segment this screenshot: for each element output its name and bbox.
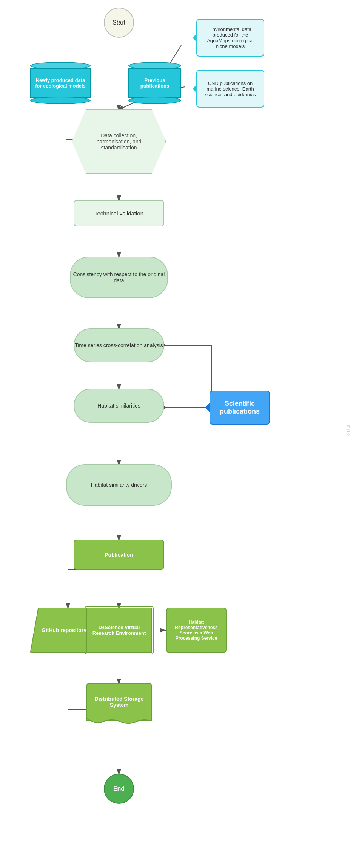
publication-node: Publication xyxy=(74,540,164,570)
technical-validation-node: Technical validation xyxy=(74,200,164,226)
distributed-storage-node: Distributed Storage System xyxy=(86,683,152,721)
end-node: End xyxy=(104,774,134,804)
scientific-publications-callout: Scientific publications xyxy=(210,391,270,425)
env-data-callout: Environmental data produced for the Aqua… xyxy=(196,19,264,57)
consistency-node: Consistency with respect to the original… xyxy=(70,257,168,298)
watermark: miro xyxy=(346,425,351,436)
time-series-node: Time series cross-correlation analysis xyxy=(74,328,164,362)
start-node: Start xyxy=(104,8,134,38)
habitat-rep-node: Habitat Representativeness Score as a We… xyxy=(166,608,227,653)
newly-produced-node: Newly produced data for ecological model… xyxy=(30,60,91,106)
habitat-drivers-node: Habitat similarity drivers xyxy=(66,464,172,506)
previous-publications-node: Previous publications xyxy=(128,60,181,106)
cnr-pubs-callout: CNR publications on marine science, Eart… xyxy=(196,70,264,108)
data-collection-node: Data collection, harmonisation, and stan… xyxy=(72,109,166,174)
d4science-node: D4Science Virtual Research Environment xyxy=(86,608,152,653)
habitat-similarities-node: Habitat similarities xyxy=(74,389,164,423)
